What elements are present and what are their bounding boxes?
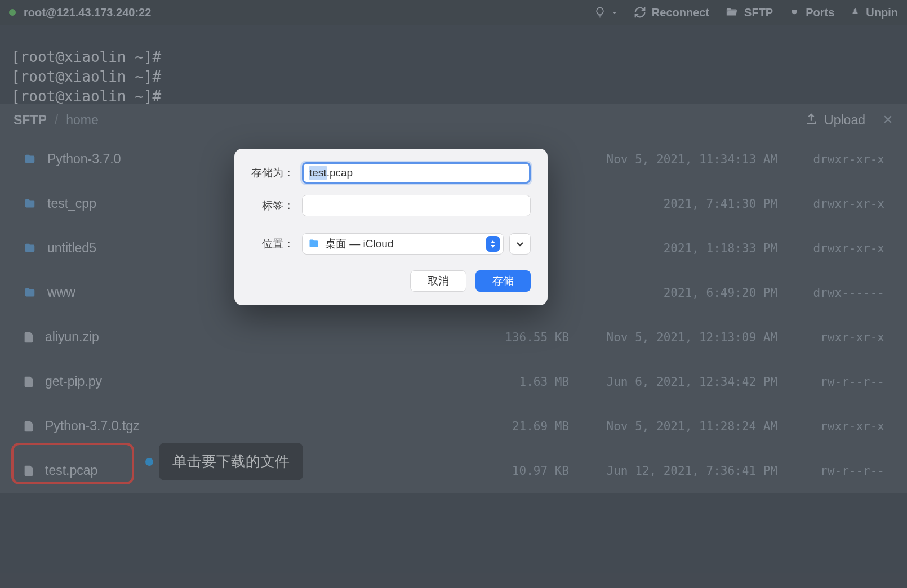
folder-icon xyxy=(23,287,37,299)
expand-location-button[interactable] xyxy=(509,233,531,255)
breadcrumb-path[interactable]: home xyxy=(66,113,99,128)
file-date: Nov 5, 2021, 12:13:09 AM xyxy=(569,331,794,344)
unpin-label: Unpin xyxy=(866,6,898,19)
file-name: get-pip.py xyxy=(45,374,102,389)
unpin-button[interactable]: Unpin xyxy=(850,6,898,19)
folder-icon xyxy=(23,242,37,255)
file-perms: rwxr-xr-x xyxy=(794,420,884,433)
file-perms: drwxr-xr-x xyxy=(794,242,884,255)
refresh-icon xyxy=(634,6,646,19)
file-perms: drwxr-xr-x xyxy=(794,197,884,211)
file-date: Nov 5, 2021, 11:34:13 AM xyxy=(569,153,794,166)
updown-arrows-icon xyxy=(486,236,500,252)
annotation-text: 单击要下载的文件 xyxy=(159,443,303,480)
filename-selected-text: test xyxy=(309,166,327,180)
annotation-dot-icon xyxy=(145,458,153,466)
upload-button[interactable]: Upload xyxy=(805,113,865,128)
annotation-callout: 单击要下载的文件 xyxy=(145,443,303,480)
titlebar: root@121.43.173.240:22 Reconnect SFTP xyxy=(0,0,907,25)
terminal-line: [root@xiaolin ~]# xyxy=(11,47,896,67)
tags-label: 标签： xyxy=(251,198,302,213)
cancel-button[interactable]: 取消 xyxy=(410,270,466,292)
connection-status-dot xyxy=(9,9,16,16)
file-name: www xyxy=(47,285,75,300)
folder-icon xyxy=(307,238,321,250)
file-perms: rw-r--r-- xyxy=(794,375,884,389)
tags-input[interactable] xyxy=(302,195,531,216)
save-dialog: 存储为： test.pcap 标签： 位置： 桌面 — iCloud 取消 存储 xyxy=(234,149,548,305)
ports-button[interactable]: Ports xyxy=(789,6,834,19)
file-perms: rwxr-xr-x xyxy=(794,331,884,344)
terminal-output[interactable]: [root@xiaolin ~]# [root@xiaolin ~]# [roo… xyxy=(0,25,907,104)
sftp-button[interactable]: SFTP xyxy=(725,6,773,19)
location-label: 位置： xyxy=(251,237,302,251)
terminal-line: [root@xiaolin ~]# xyxy=(11,87,896,104)
sftp-header: SFTP / home Upload xyxy=(0,104,907,137)
file-name: Python-3.7.0 xyxy=(47,152,121,167)
file-date: 2021, 7:41:30 PM xyxy=(569,197,794,211)
file-perms: rw-r--r-- xyxy=(794,464,884,478)
folder-icon xyxy=(23,198,37,210)
upload-label: Upload xyxy=(824,113,865,128)
file-name: Python-3.7.0.tgz xyxy=(45,418,140,434)
folder-icon xyxy=(23,153,37,166)
file-name: untitled5 xyxy=(47,240,96,256)
ports-label: Ports xyxy=(806,6,834,19)
breadcrumb: SFTP / home xyxy=(14,113,99,128)
file-size: 21.69 MB xyxy=(479,420,569,433)
file-name: aliyun.zip xyxy=(45,329,99,345)
plug-icon xyxy=(789,6,800,19)
lightbulb-menu[interactable] xyxy=(594,6,618,19)
reconnect-button[interactable]: Reconnect xyxy=(634,6,709,19)
file-date: Jun 6, 2021, 12:34:42 PM xyxy=(569,375,794,389)
save-as-label: 存储为： xyxy=(251,166,302,180)
filename-input[interactable]: test.pcap xyxy=(302,162,531,184)
window-title: root@121.43.173.240:22 xyxy=(24,6,151,19)
folder-open-icon xyxy=(725,6,739,19)
file-size: 136.55 KB xyxy=(479,331,569,344)
file-perms: drwxr-xr-x xyxy=(794,153,884,166)
file-size: 1.63 MB xyxy=(479,375,569,389)
file-row[interactable]: get-pip.py 1.63 MB Jun 6, 2021, 12:34:42… xyxy=(0,359,907,404)
save-button[interactable]: 存储 xyxy=(475,270,531,292)
pin-icon xyxy=(850,6,860,19)
file-name: test_cpp xyxy=(47,196,96,211)
file-row[interactable]: Python-3.7.0.tgz 21.69 MB Nov 5, 2021, 1… xyxy=(0,404,907,448)
file-icon xyxy=(23,419,35,434)
lightbulb-icon xyxy=(594,7,606,18)
reconnect-label: Reconnect xyxy=(652,6,709,19)
location-select[interactable]: 桌面 — iCloud xyxy=(302,233,504,255)
file-row[interactable]: aliyun.zip 136.55 KB Nov 5, 2021, 12:13:… xyxy=(0,315,907,359)
file-size: 10.97 KB xyxy=(479,464,569,478)
file-date: 2021, 6:49:20 PM xyxy=(569,286,794,300)
breadcrumb-separator: / xyxy=(55,113,58,128)
filename-ext: .pcap xyxy=(327,167,353,179)
sftp-root-label[interactable]: SFTP xyxy=(14,113,47,128)
file-date: Jun 12, 2021, 7:36:41 PM xyxy=(569,464,794,478)
upload-icon xyxy=(805,113,817,128)
terminal-line: [root@xiaolin ~]# xyxy=(11,67,896,87)
file-perms: drwx------ xyxy=(794,286,884,300)
file-date: 2021, 1:18:33 PM xyxy=(569,242,794,255)
chevron-down-icon xyxy=(611,6,618,19)
sftp-label: SFTP xyxy=(744,6,773,19)
location-value: 桌面 — iCloud xyxy=(325,237,393,251)
file-row[interactable]: test.pcap 10.97 KB Jun 12, 2021, 7:36:41… xyxy=(0,448,907,493)
annotation-highlight-box xyxy=(11,443,134,484)
file-icon xyxy=(23,330,35,345)
file-date: Nov 5, 2021, 11:28:24 AM xyxy=(569,420,794,433)
file-icon xyxy=(23,375,35,389)
close-panel-button[interactable] xyxy=(882,112,893,129)
